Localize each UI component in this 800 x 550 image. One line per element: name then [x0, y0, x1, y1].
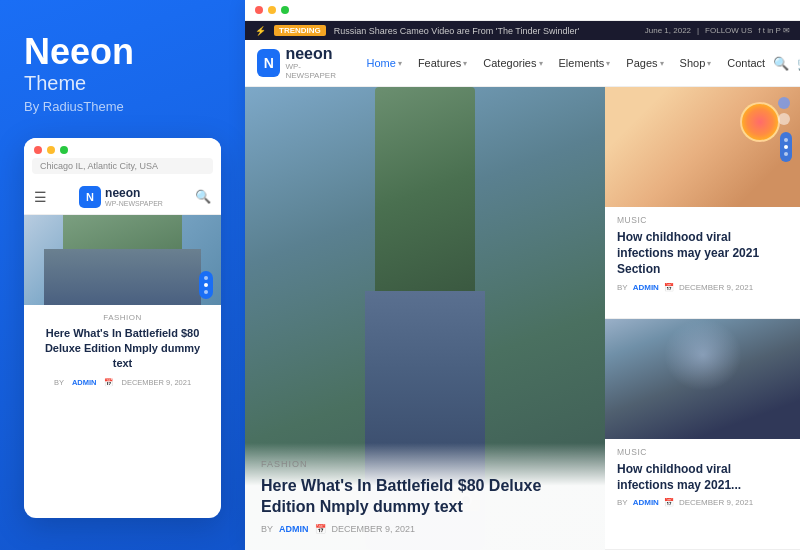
mobile-meta-author: ADMIN — [72, 378, 97, 387]
main-article-title[interactable]: Here What's In Battlefield $80 Deluxe Ed… — [261, 475, 589, 518]
sidebar-meta-by-1: BY — [617, 283, 628, 292]
mobile-top-bar — [24, 138, 221, 158]
mobile-logo: N neeon WP-NEWSPAPER — [79, 186, 163, 208]
mobile-img-person-illustration — [24, 215, 221, 305]
desktop-dot-yellow — [268, 6, 276, 14]
sidebar-scroll-1 — [780, 132, 792, 162]
sidebar: MUSIC How childhood viral infections may… — [605, 87, 800, 550]
dot-red — [34, 146, 42, 154]
dec-dot-2 — [778, 113, 790, 125]
brand-subtitle: Theme — [24, 72, 221, 95]
desktop-nav: N neeon WP-NEWSPAPER Home ▾ Features ▾ C… — [245, 40, 800, 87]
sidebar-title-2[interactable]: How childhood viral infections may 2021.… — [617, 461, 788, 493]
side-scroll-dot-1 — [784, 138, 788, 142]
nav-categories-label: Categories — [483, 57, 536, 69]
brand-by: By RadiusTheme — [24, 99, 221, 114]
mobile-url-bar: Chicago IL, Atlantic City, USA — [32, 158, 213, 174]
sidebar-card-2-content: MUSIC How childhood viral infections may… — [605, 439, 800, 515]
lollipop-girl-illustration — [605, 87, 800, 207]
mobile-logo-name: neeon — [105, 186, 163, 200]
side-scroll-dot-active — [784, 145, 788, 149]
person-jeans — [44, 249, 202, 305]
mobile-mockup: Chicago IL, Atlantic City, USA ☰ N neeon… — [24, 138, 221, 518]
scroll-dot-1 — [204, 276, 208, 280]
main-meta-date: DECEMBER 9, 2021 — [332, 524, 416, 534]
mobile-article-category: FASHION — [34, 313, 211, 322]
mobile-scroll-indicator — [199, 271, 213, 299]
desktop-logo-icon: N — [257, 49, 280, 77]
mobile-nav: ☰ N neeon WP-NEWSPAPER 🔍 — [24, 180, 221, 215]
desktop-search-icon[interactable]: 🔍 — [773, 56, 789, 71]
ticker-label: TRENDING — [274, 25, 326, 36]
brand-name: Neeon — [24, 32, 221, 72]
mobile-search-icon[interactable]: 🔍 — [195, 189, 211, 204]
main-article-category: FASHION — [261, 459, 589, 469]
nav-item-shop[interactable]: Shop ▾ — [672, 57, 720, 69]
ticker-text: Russian Shares Cameo Video are From 'The… — [334, 26, 637, 36]
pipe-separator: | — [697, 26, 699, 35]
sidebar-meta-1: BY ADMIN 📅 DECEMBER 9, 2021 — [617, 283, 788, 292]
sidebar-cal-icon-2: 📅 — [664, 498, 674, 507]
nav-home-chevron: ▾ — [398, 59, 402, 68]
sidebar-card-1: MUSIC How childhood viral infections may… — [605, 87, 800, 319]
mobile-meta-cal-icon: 📅 — [104, 378, 113, 387]
nav-pages-chevron: ▾ — [660, 59, 664, 68]
main-meta-by: BY — [261, 524, 273, 534]
mobile-article-content: FASHION Here What's In Battlefield $80 D… — [24, 305, 221, 395]
nav-home-label: Home — [367, 57, 396, 69]
nav-item-categories[interactable]: Categories ▾ — [475, 57, 550, 69]
person-torso — [375, 87, 475, 295]
desktop-nav-menu: Home ▾ Features ▾ Categories ▾ Elements … — [359, 57, 774, 69]
sidebar-card-1-content: MUSIC How childhood viral infections may… — [605, 207, 800, 300]
sidebar-card-1-image — [605, 87, 800, 207]
mobile-logo-sub: WP-NEWSPAPER — [105, 200, 163, 207]
nav-item-elements[interactable]: Elements ▾ — [551, 57, 619, 69]
scroll-dot-3 — [204, 290, 208, 294]
logo-letter: N — [86, 191, 94, 203]
main-article: FASHION Here What's In Battlefield $80 D… — [245, 87, 605, 550]
scroll-dot-active — [204, 283, 208, 287]
mobile-meta-date: DECEMBER 9, 2021 — [121, 378, 191, 387]
main-article-overlay: FASHION Here What's In Battlefield $80 D… — [245, 443, 605, 550]
mobile-article-meta: BY ADMIN 📅 DECEMBER 9, 2021 — [34, 378, 211, 387]
lightning-icon: ⚡ — [255, 26, 266, 36]
nav-features-label: Features — [418, 57, 461, 69]
sidebar-cal-icon-1: 📅 — [664, 283, 674, 292]
hamburger-icon[interactable]: ☰ — [34, 189, 47, 205]
mobile-logo-text-group: neeon WP-NEWSPAPER — [105, 186, 163, 207]
nav-contact-label: Contact — [727, 57, 765, 69]
dec-dot-1 — [778, 97, 790, 109]
sidebar-author-1[interactable]: ADMIN — [633, 283, 659, 292]
main-meta-author[interactable]: ADMIN — [279, 524, 309, 534]
nav-item-pages[interactable]: Pages ▾ — [618, 57, 671, 69]
nav-features-chevron: ▾ — [463, 59, 467, 68]
left-panel: Neeon Theme By RadiusTheme Chicago IL, A… — [0, 0, 245, 550]
desktop-top-bar — [245, 0, 800, 21]
desktop-dot-green — [281, 6, 289, 14]
nav-item-home[interactable]: Home ▾ — [359, 57, 410, 69]
desktop-mockup: ⚡ TRENDING Russian Shares Cameo Video ar… — [245, 0, 800, 550]
nav-item-features[interactable]: Features ▾ — [410, 57, 475, 69]
desktop-nav-icons: 🔍 🛒 ☰ — [773, 56, 800, 71]
main-article-meta: BY ADMIN 📅 DECEMBER 9, 2021 — [261, 524, 589, 534]
desktop-content: FASHION Here What's In Battlefield $80 D… — [245, 87, 800, 550]
nav-elements-chevron: ▾ — [606, 59, 610, 68]
concert-light — [664, 319, 742, 391]
sidebar-cat-1: MUSIC — [617, 215, 788, 225]
nav-categories-chevron: ▾ — [539, 59, 543, 68]
mobile-meta-by: BY — [54, 378, 64, 387]
decorative-dots-1 — [778, 97, 790, 125]
desktop-logo: N neeon WP-NEWSPAPER — [257, 46, 341, 80]
sidebar-card-2-image — [605, 319, 800, 439]
person-torso — [63, 215, 181, 251]
ticker-follow: FOLLOW US — [705, 26, 752, 35]
brand-section: Neeon Theme By RadiusTheme — [24, 32, 221, 114]
nav-item-contact[interactable]: Contact — [719, 57, 773, 69]
lollipop — [740, 102, 780, 142]
desktop-logo-name: neeon — [285, 46, 340, 62]
nav-elements-label: Elements — [559, 57, 605, 69]
sidebar-author-2[interactable]: ADMIN — [633, 498, 659, 507]
sidebar-title-1[interactable]: How childhood viral infections may year … — [617, 229, 788, 278]
ticker-bar: ⚡ TRENDING Russian Shares Cameo Video ar… — [245, 21, 800, 40]
nav-shop-chevron: ▾ — [707, 59, 711, 68]
